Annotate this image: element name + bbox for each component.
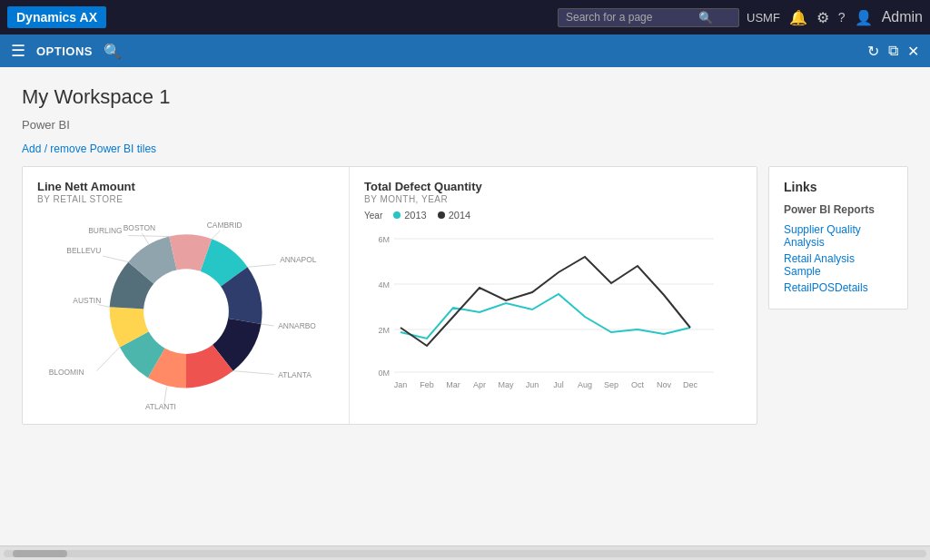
- scroll-track[interactable]: [4, 550, 926, 557]
- links-title: Links: [784, 180, 893, 194]
- svg-line-6: [97, 305, 109, 308]
- legend-label-2014: 2014: [449, 210, 470, 221]
- label-bloomin: BLOOMIN: [48, 368, 84, 377]
- nav-actions: USMF 🔔 ⚙ ? 👤 Admin: [747, 9, 923, 26]
- second-bar-actions: ↻ ⧉ ✕: [867, 43, 919, 60]
- search-bar[interactable]: 🔍: [558, 8, 739, 27]
- close-icon[interactable]: ✕: [907, 43, 919, 60]
- link-retail-analysis[interactable]: Retail Analysis Sample: [784, 251, 893, 280]
- link-supplier-quality[interactable]: Supplier Quality Analysis: [784, 221, 893, 251]
- label-cambrid: CAMBRID: [206, 221, 242, 230]
- svg-line-7: [103, 256, 128, 262]
- x-jan: Jan: [394, 380, 408, 389]
- donut-svg: CAMBRID ANNAPOL ANNARBO ATLANTA ATLANTI …: [50, 211, 322, 411]
- svg-line-3: [232, 371, 273, 375]
- y-label-6m: 6M: [378, 235, 390, 244]
- bottom-scroll-bar: [0, 545, 930, 560]
- x-dec: Dec: [683, 380, 698, 389]
- top-nav: Dynamics AX 🔍 USMF 🔔 ⚙ ? 👤 Admin: [0, 0, 930, 34]
- y-label-4m: 4M: [378, 280, 390, 290]
- label-austin: AUSTIN: [73, 296, 101, 305]
- user-label[interactable]: Admin: [882, 9, 923, 25]
- x-jul: Jul: [553, 380, 564, 389]
- legend-label-2013: 2013: [404, 210, 426, 221]
- donut-chart-title: Line Nett Amount: [37, 180, 334, 193]
- page-title: My Workspace 1: [22, 85, 908, 109]
- svg-line-0: [212, 231, 220, 239]
- link-retail-pos[interactable]: RetailPOSDetails: [784, 280, 893, 296]
- links-group-title: Power BI Reports: [784, 203, 893, 216]
- settings-icon[interactable]: ⚙: [816, 9, 829, 26]
- label-atlanta: ATLANTA: [278, 370, 312, 379]
- svg-line-5: [96, 347, 119, 370]
- x-jun: Jun: [526, 380, 539, 389]
- label-annarbo: ANNARBO: [278, 321, 316, 330]
- x-mar: Mar: [446, 380, 460, 389]
- legend-2014: 2014: [438, 210, 470, 221]
- donut-chart-container: CAMBRID ANNAPOL ANNARBO ATLANTA ATLANTI …: [37, 211, 334, 411]
- company-selector[interactable]: USMF: [747, 11, 780, 25]
- notifications-icon[interactable]: 🔔: [789, 9, 807, 26]
- label-bellevu: BELLEVU: [66, 246, 101, 255]
- donut-chart-card: Line Nett Amount BY RETAIL STORE: [23, 167, 350, 424]
- donut-hole: [143, 269, 229, 354]
- chart-legend: Year 2013 2014: [364, 210, 742, 221]
- label-annapol: ANNAPOL: [280, 255, 317, 264]
- line-chart-card: Total Defect Quantity BY MONTH, YEAR Yea…: [350, 167, 757, 424]
- donut-chart-subtitle: BY RETAIL STORE: [37, 194, 334, 204]
- popout-icon[interactable]: ⧉: [888, 43, 898, 59]
- page-subtitle: Power BI: [22, 118, 908, 132]
- line-chart-title: Total Defect Quantity: [364, 180, 742, 193]
- legend-dot-2013: [393, 211, 401, 219]
- dashboard-grid: Line Nett Amount BY RETAIL STORE: [22, 166, 908, 527]
- right-panel: Links Power BI Reports Supplier Quality …: [768, 166, 908, 527]
- x-may: May: [498, 380, 514, 389]
- line-chart-container: Year 2013 2014 6M: [364, 210, 742, 402]
- x-oct: Oct: [631, 380, 645, 389]
- label-boston: BOSTON: [123, 223, 154, 232]
- links-section: Links Power BI Reports Supplier Quality …: [768, 166, 908, 309]
- svg-line-1: [247, 264, 275, 267]
- help-icon[interactable]: ?: [838, 10, 846, 25]
- y-label-2m: 2M: [378, 326, 390, 335]
- svg-line-9: [128, 236, 169, 237]
- legend-2013: 2013: [393, 210, 426, 221]
- left-panel: Line Nett Amount BY RETAIL STORE: [22, 166, 757, 527]
- svg-line-8: [142, 233, 149, 244]
- charts-row: Line Nett Amount BY RETAIL STORE: [22, 166, 757, 425]
- user-icon[interactable]: 👤: [855, 9, 873, 26]
- scroll-thumb[interactable]: [13, 550, 67, 557]
- search-bar-icon[interactable]: 🔍: [104, 43, 122, 60]
- line-series-2013: [401, 294, 690, 339]
- add-tiles-link[interactable]: Add / remove Power BI tiles: [22, 142, 908, 155]
- label-burling: BURLING: [88, 226, 122, 235]
- line-chart-svg: 6M 4M 2M 0M Jan Feb Mar Ap: [364, 226, 718, 398]
- main-content: My Workspace 1 Power BI Add / remove Pow…: [0, 67, 930, 545]
- svg-line-2: [261, 324, 273, 326]
- legend-dot-2014: [438, 211, 445, 219]
- year-label: Year: [364, 211, 382, 221]
- line-chart-subtitle: BY MONTH, YEAR: [364, 194, 742, 204]
- refresh-icon[interactable]: ↻: [867, 43, 879, 60]
- x-aug: Aug: [578, 380, 592, 389]
- search-input[interactable]: [566, 11, 693, 24]
- search-icon: 🔍: [698, 11, 713, 25]
- hamburger-icon[interactable]: ☰: [11, 41, 25, 61]
- x-apr: Apr: [473, 380, 486, 389]
- second-bar: ☰ OPTIONS 🔍 ↻ ⧉ ✕: [0, 34, 930, 67]
- x-feb: Feb: [420, 380, 434, 389]
- x-sep: Sep: [604, 380, 618, 389]
- label-atlanti: ATLANTI: [144, 402, 175, 411]
- brand-logo[interactable]: Dynamics AX: [7, 6, 106, 28]
- y-label-0m: 0M: [378, 368, 390, 378]
- options-label[interactable]: OPTIONS: [36, 44, 93, 58]
- x-nov: Nov: [657, 380, 672, 389]
